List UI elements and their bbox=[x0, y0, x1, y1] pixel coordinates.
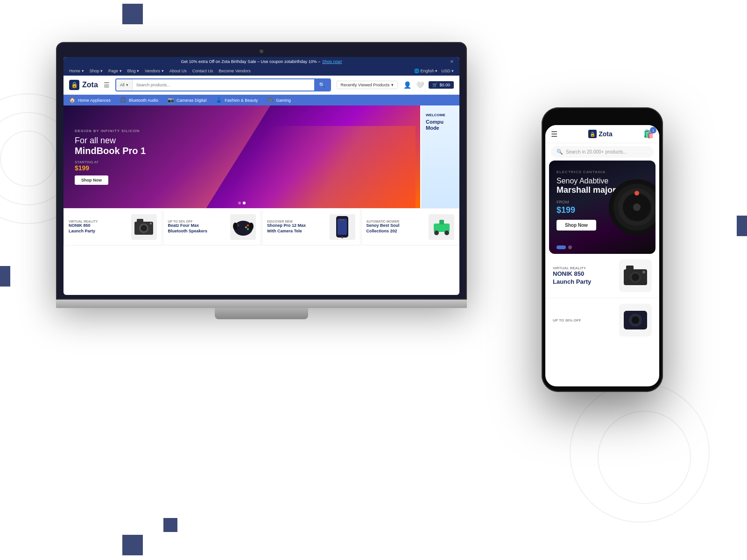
phone-product-image-0 bbox=[619, 259, 652, 292]
fashion-icon: 👗 bbox=[216, 97, 222, 103]
category-nav: 🏠 Home Appliances 🎧 Bluetooth Audio 📷 Ca… bbox=[63, 95, 459, 105]
product-name-0: NONIK 850Launch Party bbox=[69, 223, 127, 234]
hero-side-banner: WELCOME CompuMode bbox=[421, 105, 459, 208]
hamburger-icon[interactable]: ☰ bbox=[104, 81, 110, 89]
phone-product-1[interactable]: UP TO 30% OFF bbox=[545, 298, 659, 342]
phone-product-name-0: NONIK 850Launch Party bbox=[553, 270, 614, 286]
product-card-3[interactable]: AUTOMATIC MOWER Senoy Best SoulCollectio… bbox=[361, 208, 460, 245]
phone-search-bar[interactable]: 🔍 Search in 20.000+ products... bbox=[551, 146, 654, 158]
speaker-product-icon bbox=[609, 179, 655, 235]
product-card-1[interactable]: UP TO 30% OFF Beatz Four MaxBluetooth Sp… bbox=[163, 208, 261, 245]
camera-product-icon bbox=[132, 215, 155, 238]
nav-currency[interactable]: USD ▾ bbox=[441, 69, 454, 73]
phone-logo[interactable]: 🔒 Zota bbox=[588, 130, 613, 138]
products-row: VIRTUAL REALITY NONIK 850Launch Party bbox=[63, 208, 459, 245]
hero-dot-2[interactable] bbox=[243, 202, 246, 204]
controller-product-icon bbox=[232, 215, 255, 238]
phone-body: ☰ 🔒 Zota 🛍️ 1 🔍 Search in 20.000+ produc… bbox=[542, 107, 663, 392]
logo-text: Zota bbox=[82, 81, 98, 89]
svg-point-18 bbox=[343, 219, 345, 221]
hero-price: $199 bbox=[75, 164, 146, 172]
top-nav: Home ▾ Shop ▾ Page ▾ Blog ▾ Vendors ▾ Ab… bbox=[63, 66, 459, 76]
hero-main-banner: DESIGN BY INFINITY SILICON For all new M… bbox=[63, 105, 420, 208]
search-button[interactable]: 🔍 bbox=[314, 79, 330, 91]
laptop-camera bbox=[260, 49, 263, 53]
nav-vendors[interactable]: Vendors ▾ bbox=[145, 69, 164, 73]
laptop-stand bbox=[215, 308, 308, 319]
phone-shop-button[interactable]: Shop Now bbox=[557, 220, 596, 231]
svg-point-16 bbox=[341, 237, 343, 238]
cat-label: Bluetooth Audio bbox=[129, 98, 158, 103]
phone-product-badge-0: VIRTUAL REALITY bbox=[553, 266, 614, 270]
phone-product-image-1 bbox=[619, 304, 652, 336]
cat-home-appliances[interactable]: 🏠 Home Appliances bbox=[69, 97, 111, 103]
phone-search-icon: 🔍 bbox=[557, 149, 563, 155]
product-card-2[interactable]: DISCOVER NEW Shonep Pro 12 MaxWith Camer… bbox=[262, 208, 360, 245]
product-card-text-0: VIRTUAL REALITY NONIK 850Launch Party bbox=[69, 220, 127, 234]
product-card-0[interactable]: VIRTUAL REALITY NONIK 850Launch Party bbox=[63, 208, 162, 245]
product-image-2 bbox=[330, 214, 355, 240]
svg-rect-22 bbox=[439, 220, 444, 224]
search-input[interactable] bbox=[133, 79, 314, 91]
cat-bluetooth-audio[interactable]: 🎧 Bluetooth Audio bbox=[120, 97, 158, 103]
site-logo[interactable]: 🔒 Zota bbox=[69, 80, 98, 90]
hero-shop-button[interactable]: Shop Now bbox=[75, 175, 108, 185]
nav-page[interactable]: Page ▾ bbox=[108, 69, 122, 73]
recently-viewed-button[interactable]: Recently Viewed Products ▾ bbox=[337, 81, 398, 89]
phone-logo-icon: 🔒 bbox=[588, 130, 597, 138]
svg-point-30 bbox=[632, 273, 639, 281]
user-icon[interactable]: 👤 bbox=[403, 81, 411, 89]
svg-point-21 bbox=[444, 231, 449, 235]
chevron-down-icon: ▾ bbox=[126, 83, 128, 87]
phone-hero-dots bbox=[557, 245, 572, 249]
announcement-text: Get 10% extra Off on Zota Birthday Sale … bbox=[181, 59, 320, 64]
nav-shop[interactable]: Shop ▾ bbox=[90, 69, 103, 73]
announcement-shop-link[interactable]: Shop now! bbox=[322, 59, 342, 64]
bluetooth-icon: 🎧 bbox=[120, 97, 127, 103]
phone-camera-icon bbox=[621, 262, 649, 290]
svg-point-8 bbox=[247, 224, 249, 226]
nav-blog[interactable]: Blog ▾ bbox=[127, 69, 140, 73]
product-name-1: Beatz Four MaxBluetooth Speakers bbox=[168, 223, 227, 234]
nav-home[interactable]: Home ▾ bbox=[69, 69, 84, 73]
phone-product-0[interactable]: VIRTUAL REALITY NONIK 850Launch Party bbox=[545, 254, 659, 298]
svg-point-20 bbox=[434, 231, 439, 235]
product-name-2: Shonep Pro 12 MaxWith Camera Tele bbox=[267, 223, 326, 234]
nav-items: Home ▾ Shop ▾ Page ▾ Blog ▾ Vendors ▾ Ab… bbox=[69, 69, 251, 73]
nav-about[interactable]: About Us bbox=[169, 69, 187, 73]
phone-speaker-icon bbox=[621, 306, 649, 334]
announcement-bar: Get 10% extra Off on Zota Birthday Sale … bbox=[63, 57, 459, 66]
cart-icon: 🛒 bbox=[432, 83, 437, 87]
cat-gaming[interactable]: 🎮 Gaming bbox=[267, 97, 291, 103]
svg-point-12 bbox=[233, 223, 238, 230]
logo-icon: 🔒 bbox=[69, 80, 79, 90]
hero-title: For all new MindBook Pro 1 bbox=[75, 136, 146, 156]
svg-point-32 bbox=[642, 271, 645, 273]
hero-dot-1[interactable] bbox=[238, 202, 241, 204]
phone-menu-icon[interactable]: ☰ bbox=[551, 130, 557, 139]
nav-become-vendor[interactable]: Become Vendors bbox=[218, 69, 251, 73]
search-bar: All ▾ 🔍 bbox=[115, 78, 331, 91]
phone-dot-1[interactable] bbox=[557, 245, 566, 249]
nav-language[interactable]: 🌐 English ▾ bbox=[414, 69, 438, 73]
cart-button[interactable]: 🛒 $0.00 bbox=[429, 81, 454, 89]
phone-dot-2[interactable] bbox=[568, 245, 572, 249]
announcement-close[interactable]: ✕ bbox=[450, 59, 454, 64]
hero-section: DESIGN BY INFINITY SILICON For all new M… bbox=[63, 105, 459, 208]
search-category-select[interactable]: All ▾ bbox=[116, 79, 133, 91]
phone-cart-button[interactable]: 🛍️ 1 bbox=[643, 129, 654, 139]
phone-logo-text: Zota bbox=[599, 130, 613, 138]
cart-amount: $0.00 bbox=[439, 83, 450, 87]
phone-screen: ☰ 🔒 Zota 🛍️ 1 🔍 Search in 20.000+ produc… bbox=[545, 125, 659, 386]
svg-point-27 bbox=[634, 191, 639, 196]
svg-point-2 bbox=[141, 225, 147, 231]
phone-product-badge-1: UP TO 30% OFF bbox=[553, 318, 614, 322]
cat-fashion[interactable]: 👗 Fashion & Beauty bbox=[216, 97, 258, 103]
svg-point-26 bbox=[633, 203, 641, 211]
nav-contact[interactable]: Contact Us bbox=[192, 69, 213, 73]
phone-search-placeholder: Search in 20.000+ products... bbox=[566, 149, 627, 154]
cat-cameras[interactable]: 📷 Cameras Digital bbox=[168, 97, 206, 103]
laptop-website: Get 10% extra Off on Zota Birthday Sale … bbox=[63, 57, 459, 295]
svg-rect-3 bbox=[137, 219, 143, 223]
wishlist-icon[interactable]: 🤍 bbox=[416, 81, 424, 89]
